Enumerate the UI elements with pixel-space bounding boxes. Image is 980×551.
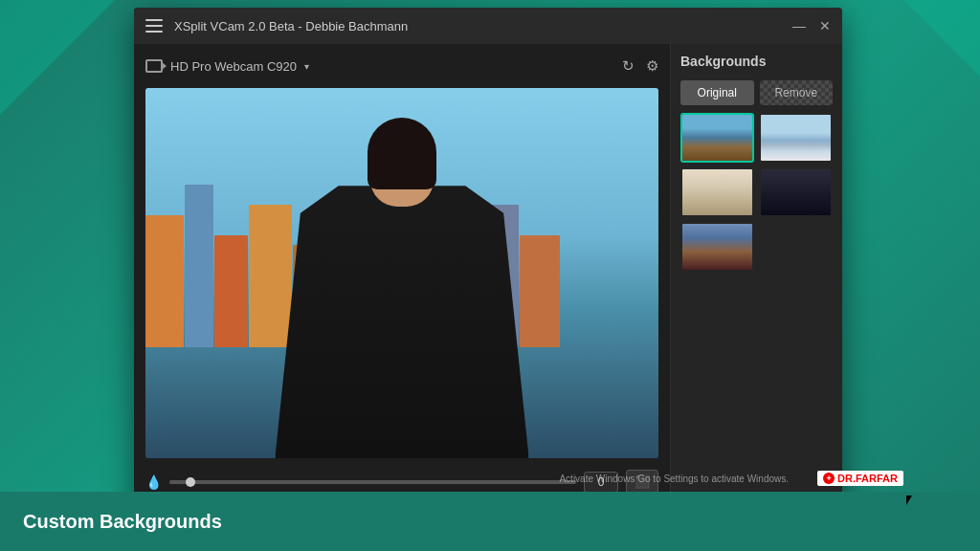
person-container <box>286 118 517 458</box>
banner-text: Custom Backgrounds <box>23 511 222 533</box>
city-bg-preview <box>682 115 752 161</box>
person-body <box>275 186 528 458</box>
person-hair <box>368 118 436 189</box>
minimize-button[interactable]: — <box>792 18 806 33</box>
camera-left: HD Pro Webcam C920 ▾ <box>145 59 309 74</box>
close-button[interactable]: ✕ <box>819 18 831 33</box>
drop-icon: 💧 <box>145 474 162 490</box>
bg-thumbnail-4[interactable] <box>759 167 833 217</box>
left-panel: HD Pro Webcam C920 ▾ ↻ ⚙ <box>134 44 670 532</box>
settings-icon[interactable]: ⚙ <box>646 57 658 75</box>
camera-name: HD Pro Webcam C920 <box>170 59 297 74</box>
remove-button[interactable]: Remove <box>760 80 834 105</box>
bg-thumbnail-1[interactable] <box>680 113 754 163</box>
watermark-cross-icon: + <box>823 473 835 484</box>
original-button[interactable]: Original <box>680 80 754 105</box>
title-bar: XSplit VCam 2.0 Beta - Debbie Bachmann —… <box>134 8 842 44</box>
bg-thumbnail-3[interactable] <box>680 167 754 217</box>
video-preview <box>145 88 658 458</box>
refresh-icon[interactable]: ↻ <box>622 57 635 75</box>
camera-right: ↻ ⚙ <box>622 57 658 75</box>
opacity-slider-container[interactable] <box>169 480 576 484</box>
camera-icon <box>145 59 163 73</box>
bridge-bg-preview <box>682 224 752 270</box>
room-bg-preview <box>682 169 752 215</box>
person-overlay <box>145 88 658 458</box>
slider-thumb <box>186 477 195 487</box>
slider-track <box>169 480 576 484</box>
bg-thumbnail-2[interactable] <box>759 113 833 163</box>
camera-selector: HD Pro Webcam C920 ▾ ↻ ⚙ <box>145 52 658 80</box>
window-controls: — ✕ <box>792 18 831 33</box>
chevron-down-icon[interactable]: ▾ <box>304 61 309 72</box>
drfarfar-watermark: + DR.FARFAR <box>817 471 903 486</box>
checkered-pattern <box>760 80 834 105</box>
right-panel: Backgrounds Original Remove <box>670 44 842 532</box>
watermark-text: DR.FARFAR <box>837 473 898 484</box>
app-window: XSplit VCam 2.0 Beta - Debbie Bachmann —… <box>134 8 842 532</box>
app-title: XSplit VCam 2.0 Beta - Debbie Bachmann <box>174 19 792 33</box>
mountain-bg-preview <box>761 115 831 161</box>
background-grid <box>680 113 833 272</box>
bg-thumbnail-5[interactable] <box>680 222 754 272</box>
mouse-cursor <box>906 496 915 505</box>
desk-bg-preview <box>761 169 831 215</box>
bottom-banner: Custom Backgrounds <box>0 492 980 551</box>
panel-title: Backgrounds <box>680 54 833 69</box>
bg-buttons: Original Remove <box>680 80 833 105</box>
menu-icon[interactable] <box>145 19 163 33</box>
activate-windows-watermark: Activate Windows Go to Settings to activ… <box>559 474 789 484</box>
content-area: HD Pro Webcam C920 ▾ ↻ ⚙ <box>134 44 842 532</box>
